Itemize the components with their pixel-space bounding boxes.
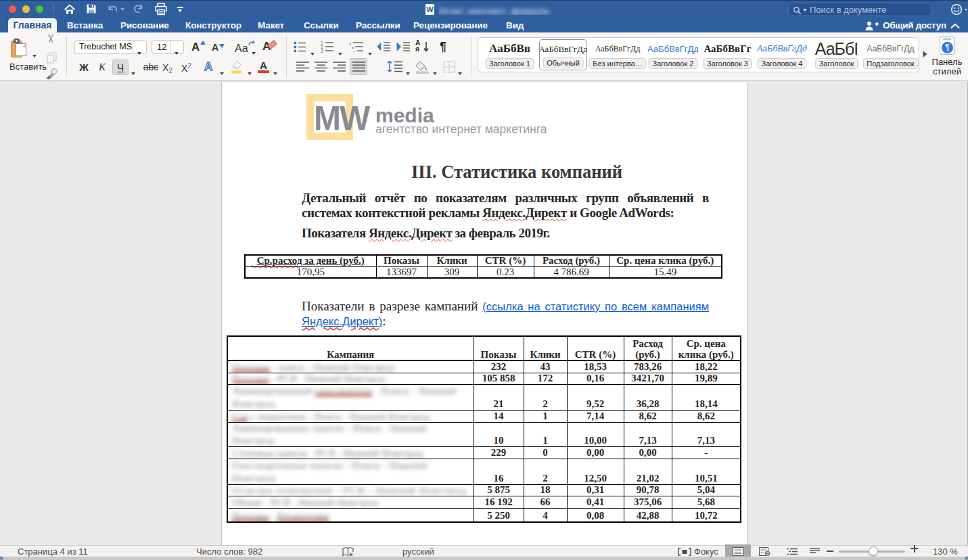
svg-text:3: 3 <box>321 49 323 53</box>
svg-text:i: i <box>354 49 354 53</box>
